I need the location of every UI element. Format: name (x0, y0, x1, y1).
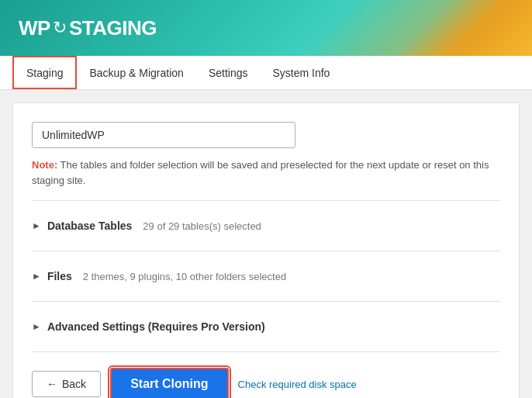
note-body: The tables and folder selection will be … (32, 159, 489, 186)
nav-item-staging[interactable]: Staging (12, 56, 77, 89)
action-buttons-row: ← Back Start Cloning Check required disk… (32, 362, 500, 398)
accordion-db-tables[interactable]: ► Database Tables 29 of 29 tables(s) sel… (32, 210, 500, 241)
note-label: Note: (32, 159, 57, 171)
check-disk-label: Check required disk space (238, 379, 357, 390)
start-cloning-button[interactable]: Start Cloning (110, 368, 228, 398)
logo-icon: ↻ (53, 18, 67, 38)
accordion-advanced-arrow: ► (32, 321, 41, 332)
note-paragraph: Note: The tables and folder selection wi… (32, 157, 500, 188)
back-arrow-icon: ← (47, 378, 57, 390)
divider-2 (32, 251, 500, 251)
accordion-files[interactable]: ► Files 2 themes, 9 plugins, 10 other fo… (32, 261, 500, 292)
accordion-files-arrow: ► (32, 271, 41, 282)
back-button-label: Back (62, 378, 86, 390)
accordion-db-title: Database Tables (47, 220, 132, 232)
main-nav: Staging Backup & Migration Settings Syst… (0, 56, 532, 90)
accordion-files-title: Files (47, 270, 72, 282)
accordion-advanced-title: Advanced Settings (Requires Pro Version) (47, 320, 265, 333)
accordion-files-subtitle: 2 themes, 9 plugins, 10 other folders se… (83, 271, 286, 282)
nav-item-settings[interactable]: Settings (196, 56, 261, 89)
site-name-input[interactable] (32, 122, 295, 148)
logo-wp-text: WP (19, 16, 50, 40)
check-disk-link[interactable]: Check required disk space (238, 379, 357, 390)
accordion-advanced[interactable]: ► Advanced Settings (Requires Pro Versio… (32, 311, 500, 342)
accordion-db-subtitle: 29 of 29 tables(s) selected (143, 220, 261, 232)
divider-4 (32, 351, 500, 352)
main-content: Note: The tables and folder selection wi… (12, 102, 520, 398)
divider-1 (32, 200, 500, 201)
app-header: WP ↻ STAGING (0, 0, 532, 56)
nav-item-system-info[interactable]: System Info (260, 56, 342, 89)
logo: WP ↻ STAGING (19, 16, 157, 40)
logo-staging-text: STAGING (69, 16, 157, 40)
nav-item-backup-migration[interactable]: Backup & Migration (77, 56, 195, 89)
back-button[interactable]: ← Back (32, 371, 101, 397)
divider-3 (32, 301, 500, 302)
accordion-db-arrow: ► (32, 220, 41, 231)
start-cloning-label: Start Cloning (130, 377, 208, 390)
